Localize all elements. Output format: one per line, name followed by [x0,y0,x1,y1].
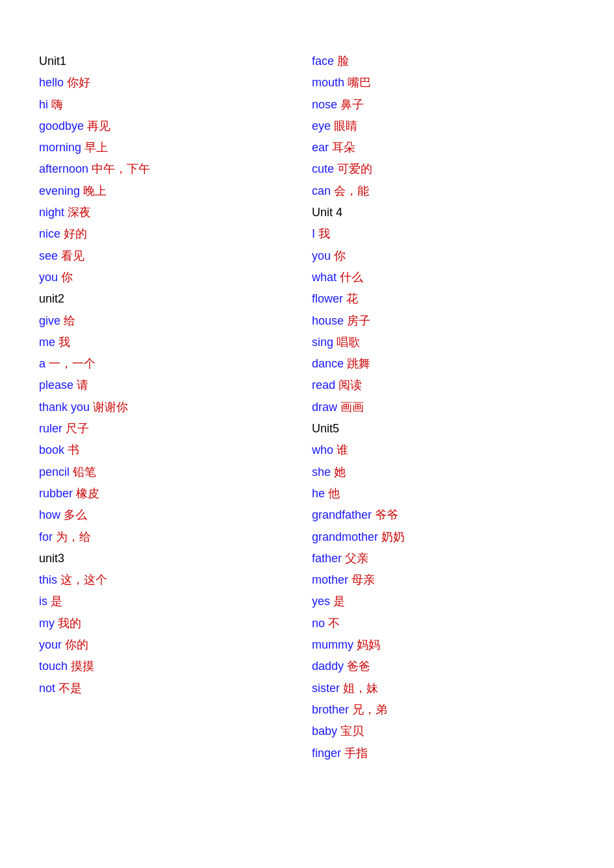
chinese-translation: 你 [61,271,73,284]
english-word: dance [312,357,344,370]
chinese-translation: 这，这个 [60,573,107,586]
vocab-item: nose 鼻子 [312,94,585,116]
english-word: a [39,357,45,370]
vocab-item: mouth 嘴巴 [312,72,585,93]
chinese-translation: 父亲 [345,552,368,565]
vocab-item: no 不 [312,613,585,634]
vocab-item: night 深夜 [39,202,312,223]
vocab-item: she 她 [312,462,585,483]
english-word: grandmother [312,530,378,543]
vocab-item: is 是 [39,591,312,612]
chinese-translation: 再见 [87,119,110,132]
vocab-item: flower 花 [312,288,585,310]
chinese-translation: 一，一个 [49,357,96,370]
chinese-translation: 鼻子 [340,98,364,111]
vocab-item: Unit 4 [312,202,585,223]
vocab-item: pencil 铅笔 [39,462,312,483]
english-word: ear [312,141,329,154]
vocab-item: for 为，给 [39,527,312,548]
english-word: evening [39,184,80,197]
vocab-item: give 给 [39,310,312,332]
left-column: Unit1hello 你好hi 嗨goodbye 再见morning 早上aft… [39,51,312,699]
english-word: he [312,487,325,500]
unit-label: unit2 [39,292,64,305]
english-word: mouth [312,76,344,89]
chinese-translation: 房子 [347,314,370,327]
chinese-translation: 晚上 [83,184,107,197]
vocab-item: you 你 [39,267,312,288]
chinese-translation: 谁 [337,443,348,456]
chinese-translation: 奶奶 [381,530,405,543]
chinese-translation: 不是 [58,682,82,695]
vocab-item: mother 母亲 [312,569,585,591]
chinese-translation: 书 [68,443,79,456]
chinese-translation: 多么 [64,508,87,521]
vocab-item: ruler 尺子 [39,418,312,440]
vocab-item: a 一，一个 [39,353,312,375]
vocab-item: ear 耳朵 [312,137,585,158]
chinese-translation: 早上 [84,141,108,154]
vocab-item: thank you 谢谢你 [39,397,312,418]
chinese-translation: 看见 [61,249,84,262]
english-word: I [312,227,315,240]
chinese-translation: 橡皮 [76,487,99,500]
vocab-item: dance 跳舞 [312,353,585,375]
chinese-translation: 爷爷 [375,508,398,521]
english-word: not [39,682,55,695]
english-word: nice [39,227,60,240]
english-word: hi [39,98,48,111]
english-word: draw [312,401,337,414]
vocab-item: house 房子 [312,310,585,332]
english-word: for [39,530,53,543]
vocab-item: afternoon 中午，下午 [39,158,312,180]
vocab-item: baby 宝贝 [312,721,585,742]
chinese-translation: 母亲 [352,573,375,586]
vocab-item: rubber 橡皮 [39,483,312,504]
chinese-translation: 花 [346,292,358,305]
chinese-translation: 我 [318,227,330,240]
english-word: see [39,249,58,262]
english-word: cute [312,162,334,175]
chinese-translation: 跳舞 [347,357,370,370]
english-word: yes [312,595,330,608]
english-word: read [312,378,335,391]
vocab-item: me 我 [39,332,312,353]
vocab-item: nice 好的 [39,223,312,245]
english-word: no [312,617,325,630]
english-word: ruler [39,422,62,435]
vocab-item: daddy 爸爸 [312,656,585,677]
vocab-item: book 书 [39,440,312,461]
chinese-translation: 请 [77,378,88,391]
vocab-item: yes 是 [312,591,585,612]
vocab-item: he 他 [312,483,585,504]
chinese-translation: 嗨 [51,98,63,111]
chinese-translation: 为，给 [56,530,91,543]
chinese-translation: 不 [328,617,340,630]
chinese-translation: 摸摸 [71,660,94,673]
vocab-item: draw 画画 [312,397,585,418]
english-word: is [39,595,47,608]
english-word: me [39,336,55,349]
chinese-translation: 什么 [340,271,363,284]
chinese-translation: 手指 [344,747,368,760]
english-word: your [39,638,62,651]
english-word: rubber [39,487,73,500]
vocab-item: who 谁 [312,440,585,461]
english-word: daddy [312,660,344,673]
vocab-item: this 这，这个 [39,569,312,591]
chinese-translation: 好的 [64,227,87,240]
vocab-item: please 请 [39,375,312,396]
vocab-item: father 父亲 [312,548,585,569]
chinese-translation: 你 [334,249,346,262]
chinese-translation: 兄，弟 [352,703,387,716]
english-word: pencil [39,465,70,478]
chinese-translation: 是 [51,595,62,608]
chinese-translation: 尺子 [66,422,89,435]
vocab-item: you 你 [312,245,585,267]
vocab-item: sing 唱歌 [312,332,585,353]
english-word: touch [39,660,68,673]
vocab-item: hello 你好 [39,72,312,93]
vocab-item: read 阅读 [312,375,585,396]
vocab-item: touch 摸摸 [39,656,312,677]
vocab-item: my 我的 [39,613,312,634]
